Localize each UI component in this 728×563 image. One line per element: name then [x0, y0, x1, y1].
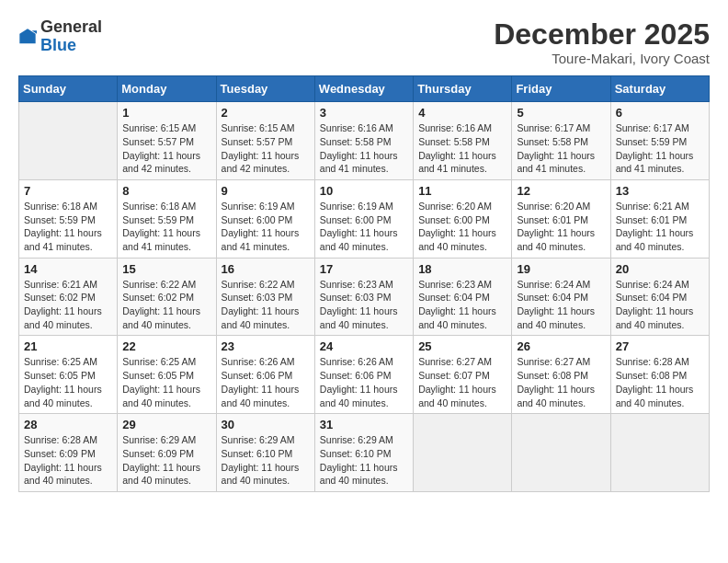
- daylight-text: Daylight: 11 hours and 40 minutes.: [320, 384, 398, 408]
- day-info: Sunrise: 6:20 AM Sunset: 6:01 PM Dayligh…: [517, 200, 605, 254]
- day-info: Sunrise: 6:16 AM Sunset: 5:58 PM Dayligh…: [418, 121, 506, 176]
- sunset-text: Sunset: 6:01 PM: [517, 214, 588, 225]
- logo: General Blue: [18, 18, 102, 55]
- day-info: Sunrise: 6:24 AM Sunset: 6:04 PM Dayligh…: [616, 278, 704, 332]
- daylight-text: Daylight: 11 hours and 41 minutes.: [24, 227, 102, 252]
- day-info: Sunrise: 6:27 AM Sunset: 6:07 PM Dayligh…: [418, 355, 506, 409]
- daylight-text: Daylight: 11 hours and 41 minutes.: [616, 150, 694, 175]
- sunrise-text: Sunrise: 6:20 AM: [418, 201, 492, 212]
- day-number: 27: [616, 339, 704, 353]
- month-title: December 2025: [494, 18, 710, 51]
- day-number: 31: [320, 418, 408, 431]
- day-number: 23: [222, 339, 310, 353]
- sunset-text: Sunset: 6:10 PM: [222, 448, 293, 459]
- weekday-header: Friday: [512, 76, 610, 102]
- calendar-cell: 8 Sunrise: 6:18 AM Sunset: 5:59 PM Dayli…: [118, 179, 216, 258]
- day-info: Sunrise: 6:18 AM Sunset: 5:59 PM Dayligh…: [122, 200, 210, 254]
- sunrise-text: Sunrise: 6:17 AM: [517, 122, 590, 133]
- day-info: Sunrise: 6:27 AM Sunset: 6:08 PM Dayligh…: [517, 355, 605, 409]
- day-info: Sunrise: 6:24 AM Sunset: 6:04 PM Dayligh…: [517, 278, 605, 332]
- day-number: 19: [517, 262, 605, 276]
- weekday-header: Sunday: [19, 76, 118, 102]
- title-area: December 2025 Toure-Makari, Ivory Coast: [494, 18, 710, 66]
- day-number: 18: [418, 262, 506, 276]
- day-number: 1: [122, 106, 210, 120]
- daylight-text: Daylight: 11 hours and 40 minutes.: [222, 384, 300, 408]
- day-info: Sunrise: 6:29 AM Sunset: 6:09 PM Dayligh…: [122, 433, 210, 488]
- daylight-text: Daylight: 11 hours and 41 minutes.: [122, 227, 200, 252]
- calendar-cell: 23 Sunrise: 6:26 AM Sunset: 6:06 PM Dayl…: [216, 336, 314, 414]
- day-info: Sunrise: 6:26 AM Sunset: 6:06 PM Dayligh…: [320, 355, 408, 409]
- day-number: 26: [517, 339, 605, 353]
- daylight-text: Daylight: 11 hours and 40 minutes.: [122, 384, 200, 408]
- sunset-text: Sunset: 5:58 PM: [418, 136, 490, 147]
- sunrise-text: Sunrise: 6:28 AM: [616, 356, 689, 367]
- logo-general-text: General: [40, 17, 102, 36]
- calendar-cell: 25 Sunrise: 6:27 AM Sunset: 6:07 PM Dayl…: [414, 336, 512, 414]
- calendar-cell: 10 Sunrise: 6:19 AM Sunset: 6:00 PM Dayl…: [314, 179, 413, 258]
- sunrise-text: Sunrise: 6:25 AM: [24, 356, 97, 367]
- sunrise-text: Sunrise: 6:15 AM: [222, 122, 295, 133]
- sunset-text: Sunset: 5:59 PM: [616, 136, 688, 147]
- sunrise-text: Sunrise: 6:28 AM: [24, 434, 97, 445]
- sunrise-text: Sunrise: 6:19 AM: [222, 201, 295, 212]
- day-number: 5: [517, 106, 605, 120]
- daylight-text: Daylight: 11 hours and 40 minutes.: [122, 462, 200, 487]
- sunset-text: Sunset: 6:04 PM: [418, 292, 490, 303]
- sunrise-text: Sunrise: 6:16 AM: [418, 122, 492, 133]
- sunrise-text: Sunrise: 6:27 AM: [517, 356, 590, 367]
- sunset-text: Sunset: 5:57 PM: [222, 136, 293, 147]
- sunrise-text: Sunrise: 6:26 AM: [222, 356, 295, 367]
- calendar-cell: 6 Sunrise: 6:17 AM Sunset: 5:59 PM Dayli…: [610, 102, 709, 180]
- calendar-cell: [19, 102, 118, 180]
- daylight-text: Daylight: 11 hours and 40 minutes.: [616, 227, 694, 252]
- sunset-text: Sunset: 6:05 PM: [24, 370, 96, 381]
- sunset-text: Sunset: 5:57 PM: [122, 136, 194, 147]
- day-number: 2: [222, 106, 310, 120]
- daylight-text: Daylight: 11 hours and 40 minutes.: [418, 305, 496, 330]
- daylight-text: Daylight: 11 hours and 42 minutes.: [222, 150, 300, 175]
- daylight-text: Daylight: 11 hours and 40 minutes.: [222, 462, 300, 487]
- sunset-text: Sunset: 5:58 PM: [517, 136, 588, 147]
- daylight-text: Daylight: 11 hours and 40 minutes.: [24, 384, 102, 408]
- day-number: 14: [24, 262, 112, 276]
- calendar-week-row: 7 Sunrise: 6:18 AM Sunset: 5:59 PM Dayli…: [19, 179, 710, 258]
- calendar-cell: 2 Sunrise: 6:15 AM Sunset: 5:57 PM Dayli…: [216, 102, 314, 180]
- sunrise-text: Sunrise: 6:18 AM: [122, 201, 196, 212]
- daylight-text: Daylight: 11 hours and 41 minutes.: [517, 150, 595, 175]
- sunrise-text: Sunrise: 6:22 AM: [222, 279, 295, 290]
- calendar-cell: 1 Sunrise: 6:15 AM Sunset: 5:57 PM Dayli…: [118, 102, 216, 180]
- calendar-cell: 19 Sunrise: 6:24 AM Sunset: 6:04 PM Dayl…: [512, 258, 610, 336]
- sunrise-text: Sunrise: 6:26 AM: [320, 356, 393, 367]
- sunset-text: Sunset: 5:58 PM: [320, 136, 392, 147]
- sunrise-text: Sunrise: 6:29 AM: [122, 434, 196, 445]
- calendar-cell: 21 Sunrise: 6:25 AM Sunset: 6:05 PM Dayl…: [19, 336, 118, 414]
- weekday-header: Thursday: [414, 76, 512, 102]
- daylight-text: Daylight: 11 hours and 40 minutes.: [24, 305, 102, 330]
- daylight-text: Daylight: 11 hours and 40 minutes.: [418, 384, 496, 408]
- daylight-text: Daylight: 11 hours and 40 minutes.: [222, 305, 300, 330]
- sunset-text: Sunset: 6:09 PM: [24, 448, 96, 459]
- weekday-header: Saturday: [610, 76, 709, 102]
- day-number: 17: [320, 262, 408, 276]
- calendar-cell: [414, 414, 512, 492]
- sunset-text: Sunset: 6:08 PM: [616, 370, 688, 381]
- sunrise-text: Sunrise: 6:29 AM: [320, 434, 393, 445]
- calendar-cell: 31 Sunrise: 6:29 AM Sunset: 6:10 PM Dayl…: [314, 414, 413, 492]
- daylight-text: Daylight: 11 hours and 40 minutes.: [616, 305, 694, 330]
- day-info: Sunrise: 6:21 AM Sunset: 6:02 PM Dayligh…: [24, 278, 112, 332]
- page-header: General Blue December 2025 Toure-Makari,…: [18, 18, 710, 66]
- sunset-text: Sunset: 6:06 PM: [320, 370, 392, 381]
- sunrise-text: Sunrise: 6:22 AM: [122, 279, 196, 290]
- day-info: Sunrise: 6:25 AM Sunset: 6:05 PM Dayligh…: [24, 355, 112, 409]
- day-number: 28: [24, 418, 112, 431]
- day-number: 15: [122, 262, 210, 276]
- day-info: Sunrise: 6:28 AM Sunset: 6:08 PM Dayligh…: [616, 355, 704, 409]
- daylight-text: Daylight: 11 hours and 41 minutes.: [418, 150, 496, 175]
- sunset-text: Sunset: 6:06 PM: [222, 370, 293, 381]
- day-number: 29: [122, 418, 210, 431]
- day-info: Sunrise: 6:17 AM Sunset: 5:59 PM Dayligh…: [616, 121, 704, 176]
- logo-icon: [18, 28, 37, 46]
- sunset-text: Sunset: 6:05 PM: [122, 370, 194, 381]
- calendar-week-row: 28 Sunrise: 6:28 AM Sunset: 6:09 PM Dayl…: [19, 414, 710, 492]
